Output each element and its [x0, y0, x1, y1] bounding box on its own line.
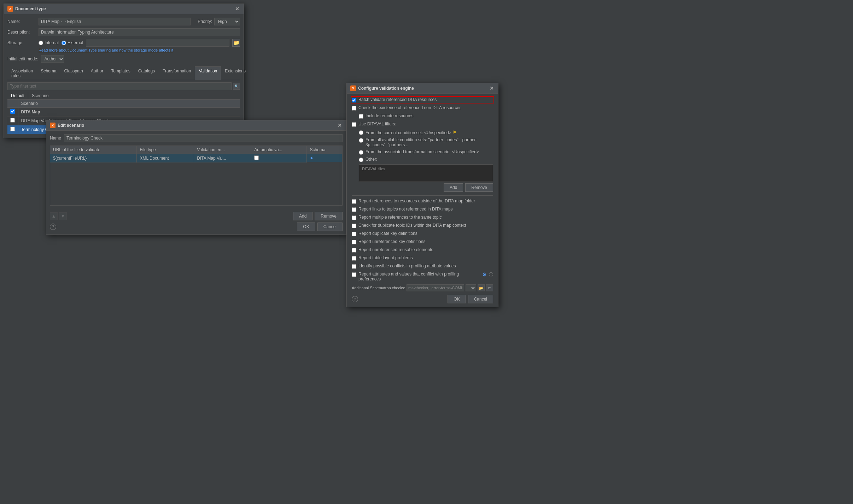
schematron-input[interactable]	[407, 284, 464, 291]
config-bottom-bar: ? OK Cancel	[352, 295, 493, 303]
move-up-button[interactable]: ▲	[50, 212, 58, 220]
report-attr-checkbox[interactable]	[352, 272, 356, 277]
other-option: Other:	[359, 157, 493, 162]
report-unref-keys-checkbox[interactable]	[352, 240, 356, 244]
storage-folder-button[interactable]: 📁	[232, 39, 240, 47]
filter-input[interactable]	[7, 82, 232, 90]
tab-schema[interactable]: Schema	[37, 66, 60, 80]
report-not-ref-option: Report links to topics not referenced in…	[352, 207, 493, 212]
tab-catalogs[interactable]: Catalogs	[134, 66, 159, 80]
scenario-name-input[interactable]	[64, 134, 343, 142]
internal-radio[interactable]	[39, 41, 43, 45]
tab-author[interactable]: Author	[87, 66, 107, 80]
other-radio[interactable]	[359, 158, 363, 162]
profiling-settings-icon[interactable]: ⚙	[482, 272, 487, 277]
external-radio-label[interactable]: External	[62, 40, 83, 45]
report-unref-reusable-checkbox[interactable]	[352, 248, 356, 253]
report-table-checkbox[interactable]	[352, 256, 356, 261]
row-engine: DITA Map Val...	[194, 154, 251, 163]
external-label: External	[68, 40, 83, 45]
col-header-scenario: Scenario	[18, 100, 240, 108]
cancel-button[interactable]: Cancel	[317, 223, 343, 231]
report-multiple-checkbox[interactable]	[352, 215, 356, 220]
scenario-name-label: Name	[50, 136, 61, 141]
name-input[interactable]	[39, 18, 191, 25]
document-type-close-button[interactable]: ✕	[234, 6, 240, 12]
check-dup-ids-checkbox[interactable]	[352, 224, 356, 228]
tab-extensions[interactable]: Extensions	[221, 66, 250, 80]
priority-dropdown[interactable]: High Normal Low	[214, 18, 240, 25]
report-dup-keys-checkbox[interactable]	[352, 232, 356, 236]
from-all-radio[interactable]	[359, 138, 363, 143]
identify-profiling-option: Identify possible conflicts in profiling…	[352, 263, 493, 269]
condition-set-icon[interactable]: ⚑	[452, 130, 457, 135]
from-current-radio[interactable]	[359, 130, 363, 135]
edit-mode-label: Initial edit mode:	[7, 57, 38, 61]
search-icon[interactable]: 🔍	[233, 83, 240, 90]
report-not-ref-label: Report links to topics not referenced in…	[358, 207, 453, 212]
schematron-row: Additional Schematron checks: 📂 🗀	[352, 284, 493, 291]
edit-scenario-close-button[interactable]: ✕	[337, 123, 343, 128]
report-outside-label: Report references to resources outside o…	[358, 198, 475, 203]
report-table-option: Report table layout problems	[352, 255, 493, 261]
config-ok-button[interactable]: OK	[448, 295, 466, 303]
tab-validation[interactable]: Validation	[195, 66, 221, 80]
edit-scenario-title: Edit scenario	[58, 123, 84, 128]
col-url: URL of the file to validate	[50, 146, 137, 154]
profiling-info-icon[interactable]: ⓘ	[489, 272, 493, 278]
auto-checkbox[interactable]	[254, 155, 259, 160]
tab-templates[interactable]: Templates	[107, 66, 134, 80]
check-dup-ids-option: Check for duplicate topic IDs within the…	[352, 223, 493, 228]
table-row[interactable]: ${currentFileURL} XML Document DITA Map …	[50, 154, 342, 163]
check-non-dita-checkbox[interactable]	[352, 106, 356, 111]
help-icon[interactable]: ?	[50, 224, 56, 230]
schematron-dropdown[interactable]	[466, 284, 476, 291]
edit-mode-dropdown[interactable]: Author Text Grid	[41, 55, 64, 63]
schematron-folder-icon[interactable]: 🗀	[486, 284, 493, 291]
row1-checkbox[interactable]	[10, 109, 15, 114]
tab-transformation[interactable]: Transformation	[159, 66, 195, 80]
include-remote-checkbox[interactable]	[359, 114, 363, 119]
config-cancel-button[interactable]: Cancel	[468, 295, 493, 303]
add-button[interactable]: Add	[293, 212, 312, 220]
row2-checkbox[interactable]	[10, 118, 15, 123]
ditaval-add-button[interactable]: Add	[444, 183, 463, 192]
description-input[interactable]	[39, 28, 240, 36]
storage-path-input[interactable]	[86, 39, 229, 47]
document-type-title: Document type	[15, 6, 46, 11]
schematron-browse-icon[interactable]: 📂	[478, 284, 485, 291]
sub-tabs-bar: Default Scenario	[7, 92, 240, 100]
schema-nav-icon[interactable]: ►	[310, 155, 314, 160]
schematron-label: Additional Schematron checks:	[352, 286, 405, 290]
row3-checkbox[interactable]	[10, 127, 15, 131]
internal-radio-label[interactable]: Internal	[39, 40, 59, 45]
storage-link[interactable]: Read more about Document Type sharing an…	[39, 48, 240, 52]
table-row[interactable]: DITA Map	[7, 108, 240, 117]
sub-tab-scenario[interactable]: Scenario	[28, 92, 52, 99]
report-outside-checkbox[interactable]	[352, 199, 356, 204]
tab-association-rules[interactable]: Association rules	[7, 66, 37, 80]
report-not-ref-checkbox[interactable]	[352, 207, 356, 212]
config-dialog-close-button[interactable]: ✕	[489, 85, 495, 91]
ditaval-remove-button[interactable]: Remove	[465, 183, 493, 192]
sub-tab-default[interactable]: Default	[7, 92, 28, 99]
batch-validate-checkbox[interactable]	[352, 98, 356, 102]
col-filetype: File type	[137, 146, 194, 154]
internal-label: Internal	[45, 40, 59, 45]
move-down-button[interactable]: ▼	[59, 212, 67, 220]
external-radio[interactable]	[62, 41, 66, 45]
remove-button[interactable]: Remove	[315, 212, 343, 220]
batch-validate-option: Batch validate referenced DITA resources	[352, 97, 493, 102]
report-attr-label: Report attributes and values that confli…	[358, 272, 480, 281]
use-ditaval-checkbox[interactable]	[352, 122, 356, 127]
config-help-icon[interactable]: ?	[352, 296, 358, 302]
ok-button[interactable]: OK	[297, 223, 315, 231]
tab-classpath[interactable]: Classpath	[60, 66, 87, 80]
identify-profiling-checkbox[interactable]	[352, 264, 356, 269]
tabs-bar: Association rules Schema Classpath Autho…	[7, 66, 240, 80]
description-label: Description:	[7, 30, 36, 35]
check-non-dita-option: Check the existence of referenced non-DI…	[352, 105, 493, 111]
report-table-label: Report table layout problems	[358, 255, 413, 260]
from-transform-label: From the associated transformation scena…	[366, 149, 479, 154]
from-transform-radio[interactable]	[359, 150, 363, 155]
